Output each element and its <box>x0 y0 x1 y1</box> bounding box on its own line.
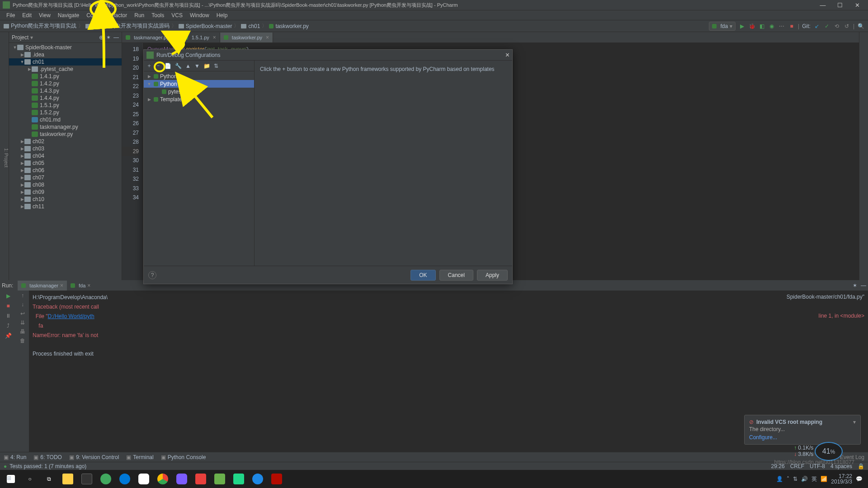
cancel-button[interactable]: Cancel <box>439 270 473 281</box>
app-icon-6[interactable] <box>249 470 267 488</box>
menu-vcs[interactable]: VCS <box>168 12 186 19</box>
bottom-6-todo[interactable]: ▣ 6: TODO <box>33 454 62 460</box>
sort-config-icon[interactable]: ⇅ <box>214 63 218 69</box>
tree-node[interactable]: 1.4.4.py <box>9 94 122 102</box>
ok-button[interactable]: OK <box>410 270 435 281</box>
tree-node[interactable]: ▶ch06 <box>9 167 122 174</box>
menu-window[interactable]: Window <box>186 12 213 19</box>
tree-node[interactable]: ▶ch10 <box>9 196 122 203</box>
maximize-button[interactable]: ☐ <box>832 0 848 9</box>
editor-tab[interactable]: taskworker.py× <box>220 33 273 42</box>
up-config-icon[interactable]: ▲ <box>185 63 191 69</box>
run-tab[interactable]: fda × <box>67 281 94 291</box>
menu-tools[interactable]: Tools <box>148 12 168 19</box>
tree-node[interactable]: ▶ch05 <box>9 160 122 167</box>
tree-node[interactable]: 1.4.3.py <box>9 87 122 94</box>
settings-icon[interactable]: ✶ <box>106 34 111 41</box>
tree-node[interactable]: 1.5.1.py <box>9 102 122 109</box>
remove-config-icon[interactable]: － <box>156 62 161 70</box>
tray-ime-icon[interactable]: 英 <box>811 475 817 483</box>
trash-icon[interactable]: 🗑 <box>20 338 25 344</box>
tree-node[interactable]: ▼SpiderBook-master <box>9 44 122 51</box>
minimize-button[interactable]: — <box>815 0 831 9</box>
run-config-select[interactable]: fda ▾ <box>709 22 736 31</box>
locate-icon[interactable]: ⊕ <box>99 34 104 41</box>
up-icon[interactable]: ↑ <box>21 292 24 299</box>
rerun-icon[interactable]: ▶ <box>4 292 13 300</box>
breadcrumb-item[interactable]: Python爬虫开发与项目实战源码 <box>85 22 169 30</box>
menu-code[interactable]: Code <box>83 12 103 19</box>
menu-edit[interactable]: Edit <box>19 12 35 19</box>
tree-node[interactable]: taskmanager.py <box>9 123 122 131</box>
breadcrumb-item[interactable]: Python爬虫开发与项目实战 <box>4 22 76 30</box>
folder-config-icon[interactable]: 📁 <box>203 63 210 69</box>
exit-icon[interactable]: ⤴ <box>4 322 13 329</box>
menu-view[interactable]: View <box>35 12 54 19</box>
help-icon[interactable]: ? <box>148 271 156 279</box>
explorer-icon[interactable] <box>59 470 77 488</box>
copy-config-icon[interactable]: 📄 <box>165 63 171 69</box>
config-node[interactable]: ▼Python tests <box>144 80 254 88</box>
menu-refactor[interactable]: Refactor <box>103 12 131 19</box>
tree-node[interactable]: ▶ch02 <box>9 138 122 145</box>
pycharm-icon[interactable] <box>230 470 248 488</box>
bottom-9-version-control[interactable]: ▣ 9: Version Control <box>69 454 119 460</box>
tree-node[interactable]: ▶.idea <box>9 51 122 58</box>
run-icon[interactable]: ▶ <box>738 23 745 30</box>
git-history-icon[interactable]: ⟲ <box>833 23 840 30</box>
apply-button[interactable]: Apply <box>477 270 508 281</box>
down-config-icon[interactable]: ▼ <box>194 63 200 69</box>
coverage-icon[interactable]: ◧ <box>758 23 765 30</box>
menu-run[interactable]: Run <box>131 12 148 19</box>
dialog-close-icon[interactable]: × <box>505 51 509 59</box>
tree-node[interactable]: ▶.pytest_cache <box>9 66 122 73</box>
notification-center-icon[interactable]: 💬 <box>856 476 863 482</box>
lock-icon[interactable]: 🔒 <box>858 463 864 469</box>
chrome-icon[interactable] <box>154 470 172 488</box>
tree-node[interactable]: taskworker.py <box>9 131 122 138</box>
wrap-icon[interactable]: ↩ <box>20 310 25 317</box>
run-settings-icon[interactable]: ✶ <box>853 282 857 289</box>
tree-node[interactable]: 1.4.1.py <box>9 73 122 80</box>
menu-help[interactable]: Help <box>213 12 231 19</box>
cortana-icon[interactable]: ○ <box>21 470 39 488</box>
search-icon[interactable]: 🔍 <box>857 23 864 30</box>
config-tree[interactable]: ▶Python▼Python testspytest for▶Templates <box>144 71 254 266</box>
print-icon[interactable]: 🖶 <box>20 328 25 335</box>
close-button[interactable]: ✕ <box>849 0 865 9</box>
tree-node[interactable]: ▶ch11 <box>9 203 122 210</box>
pause-icon[interactable]: ⏸ <box>4 312 13 319</box>
git-commit-icon[interactable]: ✓ <box>823 23 830 30</box>
editor-tab[interactable]: 1.5.1.py× <box>180 33 220 42</box>
tree-node[interactable]: ▶ch08 <box>9 181 122 188</box>
tray-people-icon[interactable]: 👤 <box>776 476 783 482</box>
breadcrumb-item[interactable]: ch01 <box>241 23 260 29</box>
collapse-icon[interactable]: — <box>113 34 119 41</box>
git-update-icon[interactable]: ↙ <box>813 23 821 30</box>
tree-node[interactable]: 1.5.2.py <box>9 109 122 116</box>
tray-net-icon[interactable]: ⇅ <box>793 476 797 482</box>
tree-node[interactable]: ▶ch09 <box>9 188 122 196</box>
stop-run-icon[interactable]: ■ <box>4 302 13 310</box>
notif-configure-link[interactable]: Configure... <box>749 434 856 441</box>
editor-tab[interactable]: taskmanager.py× <box>122 33 180 42</box>
stop-icon[interactable]: ■ <box>788 23 795 30</box>
taskview-icon[interactable]: ⧉ <box>40 470 58 488</box>
menu-navigate[interactable]: Navigate <box>54 12 83 19</box>
tree-node[interactable]: ▶ch03 <box>9 145 122 152</box>
config-node[interactable]: ▶Templates <box>144 95 254 103</box>
app-icon-5[interactable] <box>211 470 229 488</box>
pdf-icon[interactable] <box>268 470 286 488</box>
debug-icon[interactable]: 🐞 <box>748 23 755 30</box>
attach-icon[interactable]: ⋯ <box>778 23 785 30</box>
tray-volume-icon[interactable]: 🔊 <box>801 476 808 482</box>
bottom-python-console[interactable]: ▣ Python Console <box>161 454 206 460</box>
app-icon-4[interactable] <box>192 470 210 488</box>
tree-node[interactable]: 1.4.2.py <box>9 80 122 87</box>
config-node[interactable]: pytest for <box>144 88 254 95</box>
bottom-4-run[interactable]: ▣ 4: Run <box>4 454 26 460</box>
tray-up-icon[interactable]: ˄ <box>787 476 789 482</box>
notification-balloon[interactable]: ⊘Invalid VCS root mapping▾ The directory… <box>744 415 861 445</box>
bottom-terminal[interactable]: ▣ Terminal <box>126 454 153 460</box>
breadcrumb-item[interactable]: SpiderBook-master <box>179 23 232 29</box>
